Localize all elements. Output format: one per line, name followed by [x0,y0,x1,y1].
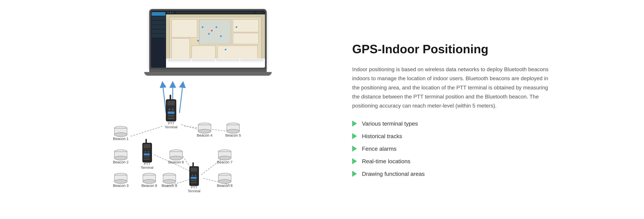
bullet-arrow-3 [352,146,357,152]
svg-line-12 [166,178,194,187]
svg-line-8 [154,155,194,173]
svg-point-68 [170,156,182,160]
svg-line-11 [203,178,230,185]
svg-rect-25 [166,99,176,121]
svg-rect-47 [190,166,199,186]
svg-text:Terminal: Terminal [141,166,154,170]
svg-rect-75 [143,175,156,182]
svg-point-58 [198,123,211,127]
feature-label-1: Various terminal types [362,120,418,127]
svg-point-60 [198,129,211,133]
svg-rect-32 [168,115,174,117]
svg-line-9 [183,156,194,173]
svg-text:Beacon 2: Beacon 2 [113,160,129,164]
svg-point-51 [192,175,193,176]
svg-point-19 [114,156,127,160]
svg-point-15 [114,133,127,137]
svg-point-76 [143,180,156,184]
feature-item-2: Historical tracks [352,133,554,140]
content-section: GPS-Indoor Positioning Indoor positionin… [352,42,554,177]
svg-text:Terminal: Terminal [165,125,178,129]
bullet-arrow-1 [352,121,357,127]
svg-rect-22 [114,175,127,182]
svg-rect-44 [144,158,150,160]
svg-point-72 [218,156,231,160]
feature-label-2: Historical tracks [362,133,402,140]
svg-text:Terminal: Terminal [188,189,200,193]
feature-label-3: Fence alarms [362,146,396,152]
svg-text:Beacon 4: Beacon 4 [197,133,212,137]
svg-text:PTT: PTT [168,122,174,125]
svg-rect-42 [144,153,150,155]
svg-rect-59 [198,125,211,131]
svg-rect-79 [163,175,176,182]
feature-item-5: Drawing functional areas [352,171,554,177]
svg-point-82 [218,173,231,177]
bullet-arrow-5 [352,171,357,177]
feature-item-1: Various terminal types [352,120,554,127]
feature-label-5: Drawing functional areas [362,171,425,177]
svg-point-84 [218,180,231,184]
svg-line-10 [201,158,223,175]
svg-point-80 [163,180,176,184]
svg-point-66 [170,150,182,154]
svg-rect-14 [114,128,127,135]
svg-point-74 [143,173,156,177]
svg-rect-71 [218,152,231,158]
feature-list: Various terminal types Historical tracks… [352,120,554,177]
svg-point-40 [144,151,146,153]
svg-line-4 [180,84,183,113]
svg-rect-26 [167,101,175,105]
svg-rect-43 [144,156,150,158]
svg-text:Beacon 1: Beacon 1 [113,137,129,141]
svg-line-7 [184,126,228,131]
svg-point-78 [163,173,176,177]
svg-text:Beacon 6: Beacon 6 [168,160,184,164]
svg-rect-36 [142,143,152,162]
svg-rect-55 [191,182,197,183]
bullet-arrow-4 [352,158,357,164]
page-title: GPS-Indoor Positioning [352,42,554,56]
svg-rect-27 [167,106,175,108]
svg-point-30 [172,108,174,111]
description-text: Indoor positioning is based on wireless … [352,65,554,110]
svg-rect-54 [191,180,197,181]
svg-rect-48 [190,168,197,172]
svg-point-23 [114,180,127,184]
svg-point-52 [194,175,196,176]
diagram-section: Beacon 1 Beacon 2 Beacon 3 [90,9,325,210]
svg-point-41 [148,151,149,153]
svg-text:PTT: PTT [191,186,197,189]
svg-point-64 [227,129,240,133]
feature-item-4: Real-time locations [352,158,554,165]
svg-point-21 [114,173,127,177]
svg-text:PTT: PTT [144,162,150,166]
feature-label-4: Real-time locations [362,158,410,165]
svg-point-70 [218,150,231,154]
svg-text:Beacon 7: Beacon 7 [217,160,232,164]
bullet-arrow-2 [352,133,357,139]
svg-line-2 [163,84,166,113]
svg-rect-67 [170,152,182,158]
svg-point-17 [114,150,127,154]
laptop [149,9,267,76]
svg-point-29 [168,108,170,111]
svg-rect-31 [168,112,174,114]
svg-rect-33 [168,118,174,119]
svg-rect-53 [191,177,197,179]
svg-text:Beacon 8: Beacon 8 [217,184,232,188]
feature-item-3: Fence alarms [352,146,554,152]
svg-rect-18 [114,152,127,158]
page-container: Beacon 1 Beacon 2 Beacon 3 [37,9,607,210]
svg-point-13 [114,126,127,130]
svg-text:Beacon 3: Beacon 3 [113,184,129,188]
svg-rect-49 [190,173,197,174]
svg-line-6 [181,125,204,131]
svg-text:Beacon 8: Beacon 8 [162,184,177,188]
svg-rect-37 [144,144,150,148]
svg-rect-63 [227,125,240,131]
svg-rect-83 [218,175,231,182]
svg-rect-28 [170,95,171,100]
svg-line-5 [131,126,163,136]
svg-text:Beacon 5: Beacon 5 [226,133,241,137]
